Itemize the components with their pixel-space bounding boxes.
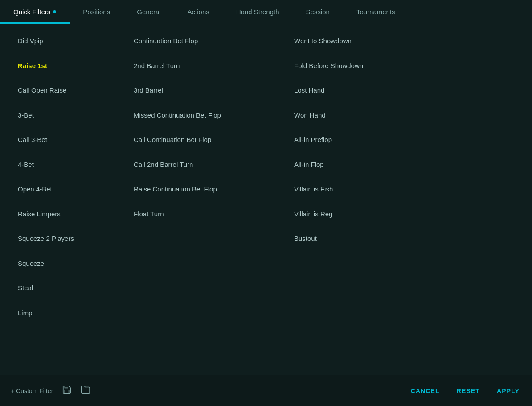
filter-item-steal[interactable]: Steal (9, 276, 125, 300)
cancel-button[interactable]: CANCEL (409, 384, 442, 398)
filter-item-limp[interactable]: Limp (9, 300, 125, 325)
filter-grid: Did VpipRaise 1stCall Open Raise3-BetCal… (0, 28, 532, 325)
nav-item-tournaments[interactable]: Tournaments (343, 0, 409, 24)
filter-item-continuation-bet-flop[interactable]: Continuation Bet Flop (125, 28, 285, 53)
load-filter-button[interactable] (81, 385, 90, 397)
filter-item-missed-continuation-bet-flop[interactable]: Missed Continuation Bet Flop (125, 103, 285, 128)
active-dot (53, 10, 56, 13)
nav-label-hand-strength: Hand Strength (236, 8, 279, 16)
filter-item-villain-is-reg[interactable]: Villain is Reg (285, 202, 463, 227)
filter-item-call-2nd-barrel-turn[interactable]: Call 2nd Barrel Turn (125, 152, 285, 177)
filter-item-call-open-raise[interactable]: Call Open Raise (9, 78, 125, 103)
filter-content: Did VpipRaise 1stCall Open Raise3-BetCal… (0, 24, 532, 375)
nav-item-hand-strength[interactable]: Hand Strength (223, 0, 293, 24)
nav-label-positions: Positions (83, 8, 110, 16)
apply-button[interactable]: APPLY (495, 384, 521, 398)
nav-label-quick-filters: Quick Filters (13, 8, 50, 16)
filter-item-did-vpip[interactable]: Did Vpip (9, 28, 125, 53)
nav-label-actions: Actions (188, 8, 209, 16)
reset-button[interactable]: RESET (455, 384, 482, 398)
filter-item-bustout[interactable]: Bustout (285, 226, 463, 251)
filter-item-squeeze-2-players[interactable]: Squeeze 2 Players (9, 226, 125, 251)
filter-item-went-to-showdown[interactable]: Went to Showdown (285, 28, 463, 53)
filter-col-3: Went to ShowdownFold Before ShowdownLost… (285, 28, 463, 325)
filter-item-float-turn[interactable]: Float Turn (125, 202, 285, 227)
filter-item-all-in-flop[interactable]: All-in Flop (285, 152, 463, 177)
filter-item-fold-before-showdown[interactable]: Fold Before Showdown (285, 53, 463, 78)
filter-item-open-4-bet[interactable]: Open 4-Bet (9, 177, 125, 202)
filter-item-call-3-bet[interactable]: Call 3-Bet (9, 127, 125, 152)
filter-item-4-bet[interactable]: 4-Bet (9, 152, 125, 177)
filter-item-raise-1st[interactable]: Raise 1st (9, 53, 125, 78)
filter-item-2nd-barrel-turn[interactable]: 2nd Barrel Turn (125, 53, 285, 78)
nav-item-positions[interactable]: Positions (70, 0, 123, 24)
bottom-left-actions: + Custom Filter (11, 385, 409, 397)
nav-item-general[interactable]: General (123, 0, 174, 24)
bottom-bar: + Custom Filter CANCEL RESET APPLY (0, 375, 532, 406)
nav-label-general: General (137, 8, 160, 16)
nav-label-tournaments: Tournaments (356, 8, 395, 16)
nav-item-actions[interactable]: Actions (174, 0, 223, 24)
top-navigation: Quick FiltersPositionsGeneralActionsHand… (0, 0, 532, 24)
filter-item-won-hand[interactable]: Won Hand (285, 103, 463, 128)
filter-item-raise-continuation-bet-flop[interactable]: Raise Continuation Bet Flop (125, 177, 285, 202)
nav-item-quick-filters[interactable]: Quick Filters (0, 0, 70, 24)
filter-item-call-continuation-bet-flop[interactable]: Call Continuation Bet Flop (125, 127, 285, 152)
filter-col-1: Did VpipRaise 1stCall Open Raise3-BetCal… (9, 28, 125, 325)
filter-item-all-in-preflop[interactable]: All-in Preflop (285, 127, 463, 152)
nav-label-session: Session (306, 8, 330, 16)
nav-item-session[interactable]: Session (293, 0, 343, 24)
bottom-right-actions: CANCEL RESET APPLY (409, 384, 521, 398)
custom-filter-label: + Custom Filter (11, 387, 53, 394)
filter-item-squeeze[interactable]: Squeeze (9, 251, 125, 276)
filter-item-raise-limpers[interactable]: Raise Limpers (9, 202, 125, 227)
filter-item-3-bet[interactable]: 3-Bet (9, 103, 125, 128)
save-filter-button[interactable] (62, 385, 72, 397)
filter-item-lost-hand[interactable]: Lost Hand (285, 78, 463, 103)
filter-item-villain-is-fish[interactable]: Villain is Fish (285, 177, 463, 202)
custom-filter-button[interactable]: + Custom Filter (11, 387, 53, 394)
filter-item-3rd-barrel[interactable]: 3rd Barrel (125, 78, 285, 103)
filter-col-2: Continuation Bet Flop2nd Barrel Turn3rd … (125, 28, 285, 325)
